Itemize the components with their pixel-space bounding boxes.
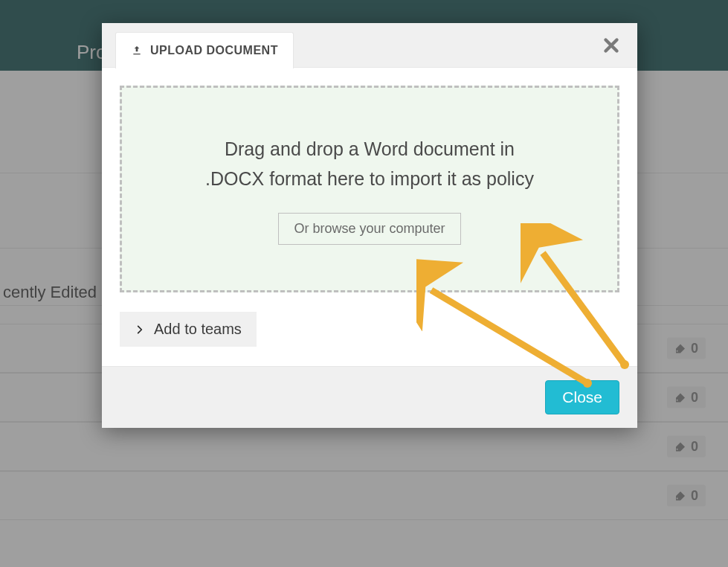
modal-body: Drag and drop a Word document in .DOCX f… [102, 68, 637, 366]
chevron-right-icon [135, 324, 145, 335]
dropzone-message: Drag and drop a Word document in .DOCX f… [205, 134, 534, 193]
browse-computer-button[interactable]: Or browse your computer [278, 213, 460, 245]
file-dropzone[interactable]: Drag and drop a Word document in .DOCX f… [120, 86, 619, 292]
add-to-teams-label: Add to teams [154, 321, 242, 338]
close-modal-button[interactable] [600, 34, 622, 57]
tab-label: UPLOAD DOCUMENT [150, 44, 278, 57]
upload-icon [131, 45, 143, 57]
add-to-teams-button[interactable]: Add to teams [120, 312, 257, 347]
close-button[interactable]: Close [545, 380, 619, 414]
tab-upload-document[interactable]: UPLOAD DOCUMENT [115, 32, 294, 68]
modal-header: UPLOAD DOCUMENT [102, 23, 637, 68]
close-icon [600, 34, 622, 57]
modal-footer: Close [102, 366, 637, 428]
upload-document-modal: UPLOAD DOCUMENT Drag and drop a Word doc… [102, 23, 637, 428]
